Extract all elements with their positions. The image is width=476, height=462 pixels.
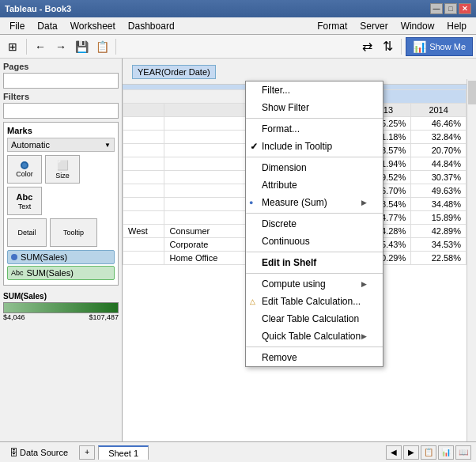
- legend-title: SUM(Sales): [3, 292, 119, 301]
- menu-help[interactable]: Help: [440, 17, 473, 34]
- window-title: Tableau - Book3: [5, 4, 71, 13]
- ctx-continuous-label: Continuous: [262, 236, 310, 247]
- detail-button[interactable]: Detail: [7, 218, 47, 247]
- ctx-filter-label: Filter...: [262, 85, 290, 96]
- main-area: Pages Filters Marks Automatic ▼ Color ⬜: [0, 59, 476, 441]
- menu-window[interactable]: Window: [395, 17, 441, 34]
- color-dot: [21, 161, 28, 169]
- pages-label: Pages: [3, 62, 119, 71]
- tab-next[interactable]: ▶: [403, 445, 419, 460]
- menu-worksheet[interactable]: Worksheet: [64, 17, 122, 34]
- menu-file[interactable]: File: [3, 17, 31, 34]
- detail-label: Detail: [17, 229, 36, 237]
- toolbar-sep-2: [115, 39, 116, 55]
- tooltip-button[interactable]: Tooltip: [50, 218, 97, 247]
- shelf-sum-sales-2[interactable]: Abc SUM(Sales): [7, 266, 115, 280]
- data-source-label: Data Source: [20, 448, 68, 457]
- menu-server[interactable]: Server: [353, 17, 394, 34]
- toolbar-copy[interactable]: 📋: [93, 37, 111, 56]
- ctx-show-filter[interactable]: Show Filter: [246, 99, 383, 116]
- marks-dropdown-icon: ▼: [104, 142, 111, 149]
- ctx-clear-table-calc-label: Clear Table Calculation: [262, 313, 359, 324]
- marks-type-selector[interactable]: Automatic ▼: [7, 138, 115, 152]
- add-sheet-btn[interactable]: +: [79, 445, 95, 460]
- tab-new-dashboard[interactable]: 📊: [438, 445, 454, 460]
- left-panel: Pages Filters Marks Automatic ▼ Color ⬜: [0, 59, 123, 441]
- ctx-checkmark: ✓: [250, 141, 258, 152]
- ctx-sep-6: [246, 346, 383, 347]
- tab-prev[interactable]: ◀: [386, 445, 402, 460]
- toolbar-sep-3: [401, 39, 402, 55]
- shelf-dot-2: Abc: [11, 269, 24, 277]
- filters-content: [3, 103, 119, 119]
- ctx-format[interactable]: Format...: [246, 120, 383, 138]
- toolbar: ⊞ ← → 💾 📋 ⇄ ⇅ 📊 Show Me: [0, 35, 476, 59]
- marks-section: Marks Automatic ▼ Color ⬜ Size Abc Text: [3, 122, 119, 286]
- marks-title: Marks: [7, 126, 115, 135]
- show-me-button[interactable]: 📊 Show Me: [406, 37, 473, 56]
- toolbar-swap[interactable]: ⇄: [357, 37, 376, 56]
- menu-bar: File Data Worksheet Dashboard Format Ser…: [0, 17, 476, 35]
- ctx-continuous[interactable]: Continuous: [246, 233, 383, 250]
- menu-format[interactable]: Format: [311, 17, 353, 34]
- legend-min: $4,046: [3, 313, 25, 321]
- color-button[interactable]: Color: [7, 155, 42, 184]
- show-me-label: Show Me: [429, 42, 466, 51]
- toolbar-save[interactable]: 💾: [72, 37, 91, 56]
- tooltip-label: Tooltip: [63, 229, 84, 237]
- ctx-dimension[interactable]: Dimension: [246, 159, 383, 176]
- filters-label: Filters: [3, 92, 119, 101]
- ctx-discrete[interactable]: Discrete: [246, 215, 383, 233]
- sheet1-tab[interactable]: Sheet 1: [98, 445, 149, 460]
- ctx-measure-label: Measure (Sum): [262, 197, 327, 208]
- ctx-attribute[interactable]: Attribute: [246, 176, 383, 194]
- text-button[interactable]: Abc Text: [7, 187, 42, 215]
- ctx-include-tooltip[interactable]: ✓ Include in Tooltip: [246, 138, 383, 155]
- ctx-edit-shelf-label: Edit in Shelf: [262, 257, 316, 268]
- minimize-button[interactable]: —: [430, 3, 443, 14]
- legend-max: $107,487: [89, 313, 119, 321]
- toolbar-icon-1[interactable]: ⊞: [3, 37, 22, 56]
- data-source-tab[interactable]: 🗄 Data Source: [5, 446, 73, 459]
- ctx-sep-1: [246, 118, 383, 119]
- size-icon: ⬜: [57, 160, 69, 171]
- tab-new-sheet[interactable]: 📋: [421, 445, 436, 460]
- ctx-quick-table-calc[interactable]: Quick Table Calculation: [246, 328, 383, 345]
- db-icon: 🗄: [9, 448, 18, 457]
- ctx-sep-5: [246, 273, 383, 274]
- ctx-clear-table-calc[interactable]: Clear Table Calculation: [246, 310, 383, 328]
- ctx-remove[interactable]: Remove: [246, 349, 383, 366]
- close-button[interactable]: ✕: [459, 3, 471, 14]
- menu-dashboard[interactable]: Dashboard: [122, 17, 181, 34]
- ctx-filter[interactable]: Filter...: [246, 81, 383, 99]
- ctx-attribute-label: Attribute: [262, 180, 297, 191]
- ctx-include-tooltip-label: Include in Tooltip: [262, 141, 332, 152]
- ctx-discrete-label: Discrete: [262, 218, 297, 229]
- text-label: Text: [18, 203, 32, 210]
- ctx-compute-using-label: Compute using: [262, 278, 326, 290]
- ctx-triangle-icon: △: [250, 297, 255, 305]
- ctx-measure[interactable]: ● Measure (Sum): [246, 194, 383, 211]
- content-area: YEAR(Order Date) Order Date 2011: [123, 59, 476, 441]
- toolbar-back[interactable]: ←: [31, 37, 50, 56]
- ctx-dimension-label: Dimension: [262, 162, 307, 173]
- marks-buttons: Color ⬜ Size Abc Text: [7, 155, 115, 215]
- ctx-edit-table-calc[interactable]: △ Edit Table Calculation...: [246, 293, 383, 310]
- shelf-sum-sales-1[interactable]: SUM(Sales): [7, 250, 115, 264]
- ctx-compute-using[interactable]: Compute using: [246, 275, 383, 293]
- sheet1-label: Sheet 1: [108, 449, 138, 458]
- menu-data[interactable]: Data: [31, 17, 63, 34]
- toolbar-sort[interactable]: ⇅: [378, 37, 397, 56]
- ctx-sep-3: [246, 213, 383, 214]
- ctx-edit-shelf[interactable]: Edit in Shelf: [246, 254, 383, 271]
- ctx-measure-dot: ●: [249, 199, 253, 206]
- text-icon: Abc: [17, 192, 33, 202]
- tab-controls: ◀ ▶ 📋 📊 📖: [386, 445, 471, 460]
- ctx-show-filter-label: Show Filter: [262, 102, 309, 113]
- toolbar-forward[interactable]: →: [51, 37, 70, 56]
- ctx-format-label: Format...: [262, 123, 300, 134]
- maximize-button[interactable]: □: [444, 3, 457, 14]
- context-menu: Filter... Show Filter Format... ✓ Includ…: [245, 81, 383, 367]
- size-button[interactable]: ⬜ Size: [45, 155, 80, 184]
- tab-new-story[interactable]: 📖: [455, 445, 471, 460]
